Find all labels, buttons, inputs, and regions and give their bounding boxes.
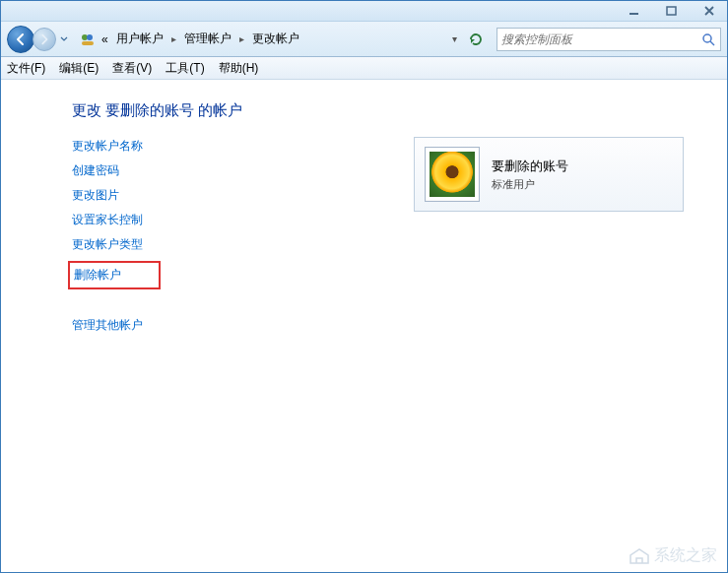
breadcrumb-seg-2[interactable]: 管理帐户 (182, 29, 233, 49)
nav-buttons (7, 26, 70, 53)
account-info: 要删除的账号 标准用户 (492, 158, 568, 192)
close-button[interactable] (697, 4, 721, 18)
account-name: 要删除的账号 (492, 158, 568, 175)
watermark-text: 系统之家 (654, 545, 717, 566)
menu-view[interactable]: 查看(V) (112, 60, 152, 77)
chevron-right-icon: ▸ (169, 33, 178, 44)
link-create-password[interactable]: 创建密码 (72, 162, 119, 179)
account-type: 标准用户 (492, 177, 568, 192)
svg-line-6 (710, 41, 714, 45)
menu-file[interactable]: 文件(F) (7, 60, 45, 77)
page-title: 更改 要删除的账号 的帐户 (72, 101, 727, 120)
svg-rect-0 (629, 13, 638, 15)
breadcrumb-prefix: « (99, 31, 110, 48)
forward-button[interactable] (33, 28, 56, 51)
breadcrumb-seg-3[interactable]: 更改帐户 (250, 29, 301, 49)
search-box[interactable] (496, 28, 721, 51)
svg-point-3 (87, 34, 93, 40)
link-change-account-type[interactable]: 更改帐户类型 (72, 236, 143, 253)
menu-bar: 文件(F) 编辑(E) 查看(V) 工具(T) 帮助(H) (1, 57, 727, 80)
link-rename-account[interactable]: 更改帐户名称 (72, 138, 143, 155)
svg-point-5 (703, 34, 711, 42)
breadcrumb-seg-1[interactable]: 用户帐户 (114, 29, 165, 49)
link-manage-other-accounts[interactable]: 管理其他帐户 (72, 317, 143, 334)
highlight-annotation: 删除帐户 (68, 261, 161, 289)
search-icon[interactable] (700, 32, 716, 47)
minimize-button[interactable] (623, 4, 646, 18)
control-panel-icon (80, 32, 96, 47)
maximize-button[interactable] (660, 4, 684, 18)
search-input[interactable] (501, 32, 700, 46)
nav-history-dropdown[interactable] (58, 30, 70, 49)
svg-rect-1 (667, 7, 676, 15)
svg-rect-4 (82, 41, 94, 45)
dropdown-icon[interactable]: ▾ (450, 33, 459, 44)
menu-tools[interactable]: 工具(T) (165, 60, 204, 77)
chevron-right-icon: ▸ (237, 33, 246, 44)
breadcrumb[interactable]: « 用户帐户 ▸ 管理帐户 ▸ 更改帐户 ▾ (76, 28, 491, 51)
watermark: 系统之家 (629, 545, 717, 566)
link-delete-account[interactable]: 删除帐户 (74, 268, 121, 282)
refresh-button[interactable] (465, 29, 487, 50)
content-area: 更改 要删除的账号 的帐户 更改帐户名称 创建密码 更改图片 设置家长控制 更改… (1, 80, 727, 572)
account-card[interactable]: 要删除的账号 标准用户 (414, 137, 684, 212)
link-parental-controls[interactable]: 设置家长控制 (72, 212, 143, 228)
avatar-image (430, 152, 475, 197)
titlebar (1, 1, 727, 22)
menu-help[interactable]: 帮助(H) (219, 60, 259, 77)
menu-edit[interactable]: 编辑(E) (59, 60, 99, 77)
avatar-frame (425, 147, 480, 202)
link-change-picture[interactable]: 更改图片 (72, 187, 119, 204)
nav-bar: « 用户帐户 ▸ 管理帐户 ▸ 更改帐户 ▾ (1, 22, 727, 57)
back-button[interactable] (7, 26, 34, 53)
